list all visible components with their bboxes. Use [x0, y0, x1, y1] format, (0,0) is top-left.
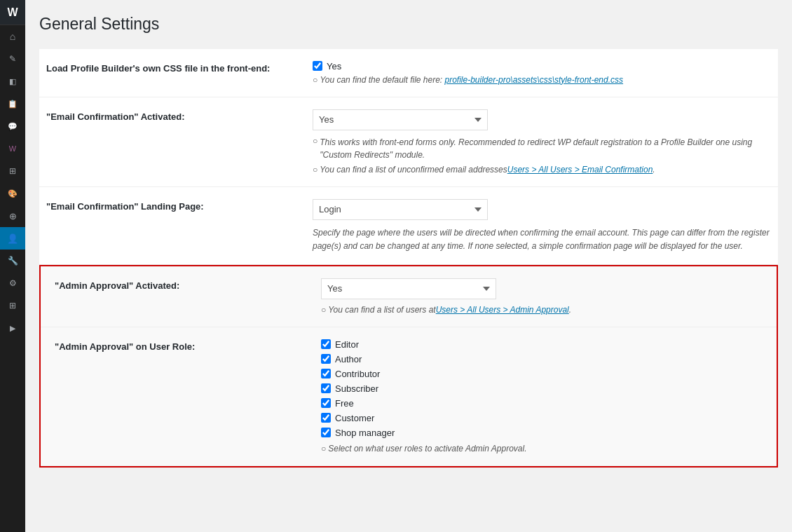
- css-checkbox[interactable]: [313, 61, 322, 71]
- sidebar-icon-users[interactable]: 👤: [0, 227, 25, 250]
- email-confirm-value: Yes No ○ This works with front-end forms…: [313, 108, 771, 176]
- sidebar-icon-dashboard[interactable]: ⌂: [0, 25, 25, 48]
- sidebar-icon-extra2[interactable]: ▶: [0, 317, 25, 339]
- sidebar-icon-plugins[interactable]: ⊕: [0, 205, 25, 227]
- role-editor-label: Editor: [335, 339, 359, 350]
- admin-note-bullet: ○: [321, 305, 326, 315]
- email-confirm-note2-prefix: You can find a list of unconfirmed email…: [320, 165, 507, 175]
- css-yes-label: Yes: [327, 61, 341, 71]
- role-editor: Editor: [321, 339, 763, 350]
- role-contributor-checkbox[interactable]: [321, 369, 331, 378]
- user-role-label: "Admin Approval" on User Role:: [55, 338, 321, 355]
- sidebar-icon-woo[interactable]: W: [0, 137, 25, 160]
- role-author: Author: [321, 354, 763, 364]
- role-customer-label: Customer: [335, 413, 374, 423]
- role-shop-manager-label: Shop manager: [335, 428, 395, 438]
- admin-approval-select[interactable]: Yes No: [321, 278, 496, 299]
- email-confirm-select[interactable]: Yes No: [313, 109, 488, 130]
- role-free-checkbox[interactable]: [321, 398, 331, 408]
- email-confirm-label: "Email Confirmation" Activated:: [46, 108, 313, 125]
- role-shop-manager-checkbox[interactable]: [321, 428, 331, 437]
- sidebar-icon-extra1[interactable]: ⊞: [0, 294, 25, 317]
- role-author-checkbox[interactable]: [321, 354, 331, 364]
- role-subscriber-checkbox[interactable]: [321, 383, 331, 393]
- role-contributor: Contributor: [321, 369, 763, 379]
- css-note-bullet: ○: [313, 75, 320, 85]
- sidebar-icon-pages[interactable]: 📋: [0, 93, 25, 115]
- role-free: Free: [321, 398, 763, 409]
- admin-approval-label: "Admin Approval" Activated:: [55, 277, 321, 294]
- css-label: Load Profile Builder's own CSS file in t…: [46, 60, 313, 77]
- sidebar-icon-products[interactable]: ⊞: [0, 160, 25, 182]
- role-customer: Customer: [321, 413, 763, 423]
- landing-label: "Email Confirmation" Landing Page:: [46, 198, 313, 215]
- sidebar-icon-media[interactable]: ◧: [0, 70, 25, 93]
- role-customer-checkbox[interactable]: [321, 413, 331, 423]
- sidebar-wp-logo[interactable]: W: [0, 0, 25, 25]
- user-roles-value: Editor Author Contributor Subscriber: [321, 338, 763, 455]
- page-title: General Settings: [39, 14, 778, 35]
- landing-description: Specify the page where the users will be…: [313, 228, 770, 251]
- email-confirm-note2-suffix: .: [653, 165, 655, 175]
- email-confirm-note1: This works with front-end forms only. Re…: [320, 136, 771, 161]
- role-free-label: Free: [335, 398, 354, 409]
- role-subscriber: Subscriber: [321, 383, 763, 394]
- css-setting-row: Load Profile Builder's own CSS file in t…: [39, 49, 778, 97]
- landing-value: Login Register Edit Profile Specify the …: [313, 198, 771, 254]
- css-checkbox-wrap: Yes: [313, 61, 771, 71]
- admin-approval-link[interactable]: Users > All Users > Admin Approval: [436, 305, 569, 315]
- sidebar-icon-comments[interactable]: 💬: [0, 115, 25, 137]
- role-author-label: Author: [335, 354, 362, 364]
- css-file-link[interactable]: profile-builder-pro\assets\css\style-fro…: [445, 75, 624, 85]
- sidebar-icon-posts[interactable]: ✎: [0, 48, 25, 70]
- css-value: Yes ○ You can find the default file here…: [313, 60, 771, 86]
- note2-bullet: ○: [313, 165, 318, 175]
- css-note: ○ You can find the default file here: pr…: [313, 75, 771, 85]
- landing-select[interactable]: Login Register Edit Profile: [313, 199, 488, 220]
- user-role-note-bullet: ○: [321, 444, 326, 453]
- sidebar-icon-appearance[interactable]: 🎨: [0, 182, 25, 205]
- role-editor-checkbox[interactable]: [321, 339, 331, 349]
- css-note-prefix: You can find the default file here:: [320, 75, 444, 85]
- landing-page-row: "Email Confirmation" Landing Page: Login…: [39, 187, 778, 265]
- sidebar-icon-settings[interactable]: ⚙: [0, 272, 25, 294]
- role-contributor-label: Contributor: [335, 369, 380, 379]
- sidebar-icon-tools[interactable]: 🔧: [0, 250, 25, 272]
- admin-approval-note-suffix: .: [569, 305, 571, 315]
- user-role-row: "Admin Approval" on User Role: Editor Au…: [41, 327, 777, 466]
- admin-approval-row: "Admin Approval" Activated: Yes No ○ You…: [41, 266, 777, 327]
- note1-bullet: ○: [313, 136, 318, 146]
- role-subscriber-label: Subscriber: [335, 383, 378, 394]
- admin-approval-note-prefix: You can find a list of users at: [328, 305, 435, 315]
- sidebar: W ⌂ ✎ ◧ 📋 💬 W ⊞ 🎨 ⊕ 👤 🔧 ⚙ ⊞ ▶: [0, 0, 25, 532]
- email-confirm-row: "Email Confirmation" Activated: Yes No ○…: [39, 97, 778, 187]
- main-content: General Settings Load Profile Builder's …: [25, 0, 792, 532]
- admin-approval-value: Yes No ○ You can find a list of users at…: [321, 277, 763, 316]
- admin-approval-section: "Admin Approval" Activated: Yes No ○ You…: [39, 265, 778, 468]
- role-shop-manager: Shop manager: [321, 428, 763, 438]
- user-role-note: Select on what user roles to activate Ad…: [328, 444, 526, 453]
- email-confirm-link[interactable]: Users > All Users > Email Confirmation: [507, 165, 653, 175]
